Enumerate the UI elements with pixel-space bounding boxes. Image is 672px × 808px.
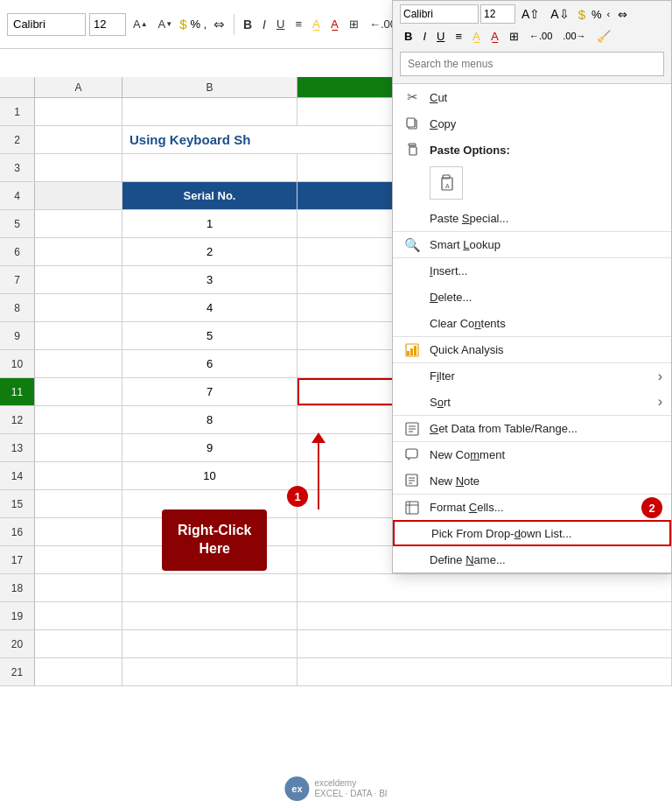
cell-a11[interactable] bbox=[35, 378, 122, 405]
col-header-a[interactable]: A bbox=[35, 77, 122, 97]
cell-b7[interactable]: 3 bbox=[122, 266, 298, 293]
cell-a10[interactable] bbox=[35, 350, 122, 377]
arrow-line bbox=[318, 438, 319, 509]
ctx-item-copy[interactable]: Copy bbox=[393, 110, 671, 137]
align-center-button[interactable]: ≡ bbox=[291, 13, 305, 36]
row-num-15: 15 bbox=[0, 490, 35, 517]
svg-rect-2 bbox=[410, 147, 416, 155]
cell-a17[interactable] bbox=[35, 546, 122, 573]
cell-a15[interactable] bbox=[35, 490, 122, 517]
ctx-shrink-font[interactable]: A⇩ bbox=[546, 4, 573, 24]
cell-a20[interactable] bbox=[35, 630, 122, 657]
cell-c18[interactable] bbox=[298, 574, 672, 601]
ctx-bold[interactable]: B bbox=[400, 26, 416, 46]
cell-a8[interactable] bbox=[35, 294, 122, 321]
ctx-borders[interactable]: ⊞ bbox=[505, 26, 523, 46]
cell-b12[interactable]: 8 bbox=[122, 406, 298, 433]
cell-a5[interactable] bbox=[35, 210, 122, 237]
ctx-item-get-data[interactable]: Get Data from Table/Range... bbox=[393, 415, 671, 441]
ctx-item-sort[interactable]: Sort bbox=[393, 389, 671, 415]
ctx-currency[interactable]: $ bbox=[576, 7, 588, 22]
ctx-get-data-label: Get Data from Table/Range... bbox=[430, 422, 661, 435]
highlight-color-button[interactable]: A̲ bbox=[309, 13, 324, 36]
wrap-text-button[interactable]: ⇔ bbox=[210, 13, 228, 36]
currency-button[interactable]: $ bbox=[179, 17, 186, 32]
cell-a18[interactable] bbox=[35, 574, 122, 601]
font-name-input[interactable] bbox=[7, 13, 86, 36]
cell-a7[interactable] bbox=[35, 266, 122, 293]
cell-c21[interactable] bbox=[298, 658, 672, 685]
cell-b5[interactable]: 1 bbox=[122, 210, 298, 237]
cell-b1[interactable] bbox=[122, 98, 298, 125]
cell-a2[interactable] bbox=[35, 126, 122, 153]
ctx-align[interactable]: ≡ bbox=[451, 26, 466, 46]
shrink-font-button[interactable]: A▼ bbox=[155, 13, 177, 36]
comma-button[interactable]: ‚ bbox=[204, 18, 206, 31]
font-color-button[interactable]: A̲ bbox=[327, 13, 342, 36]
ctx-underline[interactable]: U bbox=[432, 26, 449, 46]
cell-a21[interactable] bbox=[35, 658, 122, 685]
cell-a14[interactable] bbox=[35, 462, 122, 489]
ctx-fontcolor[interactable]: A̲ bbox=[486, 26, 503, 46]
font-size-input[interactable] bbox=[89, 13, 126, 36]
cell-a16[interactable] bbox=[35, 518, 122, 545]
cell-b10[interactable]: 6 bbox=[122, 350, 298, 377]
ctx-item-smart-lookup[interactable]: 🔍 Smart Lookup bbox=[393, 231, 671, 257]
ctx-item-insert[interactable]: Insert... bbox=[393, 257, 671, 284]
ctx-grow-font[interactable]: A⇧ bbox=[517, 4, 544, 24]
ctx-item-define-name[interactable]: Define Name... bbox=[393, 546, 671, 573]
ctx-dec-dec[interactable]: ←.00 bbox=[525, 26, 556, 46]
bold-button[interactable]: B bbox=[240, 13, 256, 36]
ctx-item-quick-analysis[interactable]: Quick Analysis bbox=[393, 336, 671, 362]
cell-c19[interactable] bbox=[298, 602, 672, 629]
ctx-item-format-cells[interactable]: Format Cells... 2 bbox=[393, 494, 671, 520]
ctx-highlight[interactable]: A̲ bbox=[468, 26, 485, 46]
ctx-paste-icons-row: A bbox=[393, 163, 671, 205]
ctx-clear-fmt[interactable]: 🧹 bbox=[592, 26, 615, 46]
cell-b18[interactable] bbox=[122, 574, 298, 601]
cell-a13[interactable] bbox=[35, 434, 122, 461]
ctx-item-paste-special[interactable]: Paste Special... bbox=[393, 205, 671, 231]
cell-b19[interactable] bbox=[122, 602, 298, 629]
ctx-wrap[interactable]: ⇔ bbox=[613, 4, 632, 24]
ctx-item-delete[interactable]: Delete... bbox=[393, 284, 671, 310]
cell-b14[interactable]: 10 bbox=[122, 462, 298, 489]
cell-b13[interactable]: 9 bbox=[122, 434, 298, 461]
cell-b21[interactable] bbox=[122, 658, 298, 685]
ctx-percent[interactable]: % bbox=[590, 8, 604, 21]
cell-a19[interactable] bbox=[35, 602, 122, 629]
cell-a3[interactable] bbox=[35, 154, 122, 181]
ctx-item-filter[interactable]: Filter bbox=[393, 362, 671, 389]
ctx-font-size-select[interactable] bbox=[480, 4, 515, 24]
underline-button[interactable]: U bbox=[273, 13, 288, 36]
borders-button[interactable]: ⊞ bbox=[346, 13, 362, 36]
ctx-item-new-note[interactable]: New Note bbox=[393, 467, 671, 494]
cell-b3[interactable] bbox=[122, 154, 298, 181]
paste-option-clipboard[interactable]: A bbox=[430, 166, 463, 200]
ctx-item-pick-dropdown[interactable]: Pick From Drop-down List... bbox=[393, 520, 671, 546]
ctx-item-cut[interactable]: ✂ Cut bbox=[393, 84, 671, 110]
row-num-10: 10 bbox=[0, 350, 35, 377]
italic-button[interactable]: I bbox=[259, 13, 270, 36]
ctx-item-clear-contents[interactable]: Clear Contents bbox=[393, 310, 671, 336]
ctx-italic[interactable]: I bbox=[418, 26, 430, 46]
ctx-font-select[interactable] bbox=[400, 4, 479, 24]
cell-b11[interactable]: 7 bbox=[122, 378, 298, 405]
percent-button[interactable]: % bbox=[191, 18, 201, 31]
cell-a4[interactable] bbox=[35, 182, 122, 209]
cell-b20[interactable] bbox=[122, 630, 298, 657]
ctx-comma[interactable]: ‹ bbox=[606, 9, 612, 19]
ctx-item-new-comment[interactable]: New Comment bbox=[393, 441, 671, 467]
cell-c20[interactable] bbox=[298, 630, 672, 657]
cell-b9[interactable]: 5 bbox=[122, 322, 298, 349]
cell-b6[interactable]: 2 bbox=[122, 238, 298, 265]
context-menu-search[interactable] bbox=[400, 52, 664, 76]
grow-font-button[interactable]: A▲ bbox=[130, 13, 151, 36]
cell-a9[interactable] bbox=[35, 322, 122, 349]
ctx-inc-dec[interactable]: .00→ bbox=[558, 26, 590, 46]
cell-b8[interactable]: 4 bbox=[122, 294, 298, 321]
col-header-b[interactable]: B bbox=[122, 77, 298, 97]
cell-a1[interactable] bbox=[35, 98, 122, 125]
cell-a12[interactable] bbox=[35, 406, 122, 433]
cell-a6[interactable] bbox=[35, 238, 122, 265]
